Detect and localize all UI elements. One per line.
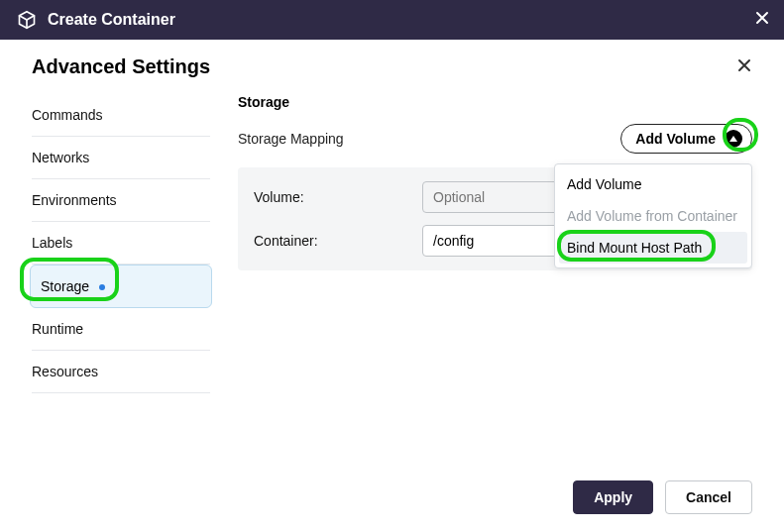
footer-actions: Apply Cancel: [573, 480, 752, 514]
sidebar-item-labels[interactable]: Labels: [32, 222, 210, 265]
modal-header: Create Container: [0, 0, 784, 40]
sidebar: Commands Networks Environments Labels St…: [32, 94, 210, 393]
container-label: Container:: [254, 233, 422, 249]
add-volume-dropdown: Add Volume Add Volume from Container Bin…: [554, 163, 752, 268]
add-volume-button[interactable]: Add Volume: [620, 124, 752, 154]
caret-up-icon: [724, 129, 743, 149]
active-indicator-dot: [99, 284, 105, 290]
volume-label: Volume:: [254, 189, 422, 205]
sidebar-item-label: Storage: [41, 278, 89, 294]
dropdown-item-add-volume-from-container: Add Volume from Container: [555, 200, 751, 232]
cancel-button[interactable]: Cancel: [665, 480, 752, 514]
sidebar-item-commands[interactable]: Commands: [32, 94, 210, 137]
dropdown-item-bind-mount-host-path[interactable]: Bind Mount Host Path: [559, 232, 747, 264]
storage-mapping-label: Storage Mapping: [238, 131, 344, 147]
sidebar-item-storage[interactable]: Storage: [30, 265, 212, 308]
modal-title: Create Container: [48, 11, 175, 29]
section-title: Storage: [238, 94, 752, 110]
storage-mapping-row: Storage Mapping Add Volume Add Volume Ad…: [238, 124, 752, 154]
sidebar-item-runtime[interactable]: Runtime: [32, 308, 210, 351]
content-area: Storage Storage Mapping Add Volume Add V…: [210, 94, 752, 393]
panel-close-button[interactable]: [736, 57, 752, 77]
sidebar-item-environments[interactable]: Environments: [32, 179, 210, 222]
add-volume-button-label: Add Volume: [635, 131, 716, 147]
dropdown-item-add-volume[interactable]: Add Volume: [555, 168, 751, 200]
sidebar-item-resources[interactable]: Resources: [32, 351, 210, 393]
sidebar-item-networks[interactable]: Networks: [32, 137, 210, 179]
subheader: Advanced Settings: [0, 40, 784, 86]
cube-icon: [16, 9, 38, 31]
modal-close-button[interactable]: [754, 10, 770, 30]
page-title: Advanced Settings: [32, 55, 210, 78]
apply-button[interactable]: Apply: [573, 480, 653, 514]
